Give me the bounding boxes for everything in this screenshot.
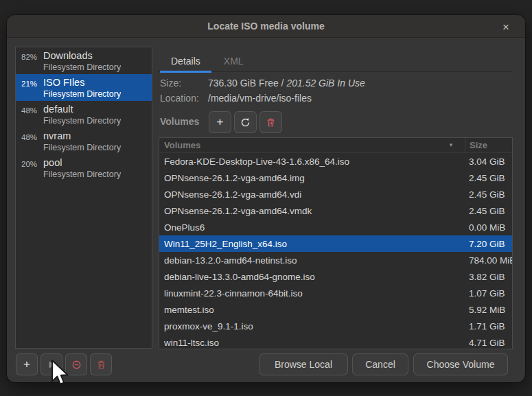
pool-type: Filesystem Directory — [43, 169, 121, 180]
table-row[interactable]: debian-13.2.0-amd64-netinst.iso 784.00 M… — [159, 252, 512, 268]
pool-list-item[interactable]: 48% nvram Filesystem Directory — [16, 128, 152, 154]
pool-name: Downloads — [43, 49, 121, 62]
table-row[interactable]: debian-live-13.3.0-amd64-gnome.iso 3.82 … — [159, 268, 512, 285]
trash-icon — [96, 360, 106, 370]
column-header-size[interactable]: Size — [465, 138, 512, 152]
table-row[interactable]: win11-ltsc.iso 4.71 GiB — [159, 334, 512, 349]
volume-size: 784.00 MiB — [465, 255, 512, 266]
table-row[interactable]: OPNsense-26.1.2-vga-amd64.vdi 2.45 GiB — [159, 186, 512, 202]
volume-name: Fedora-KDE-Desktop-Live-43-1.6.x86_64.is… — [159, 156, 465, 167]
volume-size: 3.04 GiB — [465, 156, 512, 167]
details-tabstrip: Details XML — [159, 52, 513, 72]
stop-circle-icon — [71, 360, 82, 370]
volume-size: 2.45 GiB — [465, 173, 512, 183]
table-row[interactable]: OPNsense-26.1.2-vga-amd64.vmdk 2.45 GiB — [159, 202, 512, 219]
start-pool-button[interactable] — [41, 353, 62, 375]
play-icon — [47, 360, 56, 369]
table-row[interactable]: proxmox-ve_9.1-1.iso 1.71 GiB — [159, 318, 512, 334]
volume-name: OPNsense-26.1.2-vga-amd64.img — [159, 173, 465, 183]
pool-size-row: Size:736.30 GiB Free / 201.52 GiB In Use — [160, 78, 365, 89]
volume-name: OnePlus6 — [159, 222, 465, 233]
plus-icon: + — [23, 358, 30, 370]
table-row[interactable]: OnePlus6 0.00 MiB — [159, 219, 512, 235]
refresh-volumes-button[interactable] — [234, 111, 257, 133]
volume-size: 5.92 MiB — [465, 305, 512, 315]
close-icon[interactable]: × — [498, 19, 514, 35]
volume-size: 2.45 GiB — [465, 189, 512, 200]
pool-type: Filesystem Directory — [43, 62, 121, 73]
pool-list-item[interactable]: 82% Downloads Filesystem Directory — [16, 47, 152, 74]
pool-name: default — [43, 103, 121, 115]
table-row[interactable]: memtest.iso 5.92 MiB — [159, 301, 512, 318]
volume-name: memtest.iso — [159, 305, 465, 315]
pool-location-row: Location:/media/vm-drive/iso-files — [160, 93, 312, 104]
location-label: Location: — [160, 93, 208, 104]
pool-name: nvram — [43, 130, 121, 142]
pool-type: Filesystem Directory — [43, 142, 121, 154]
volume-size: 4.71 GiB — [465, 338, 512, 348]
pool-usage-percent: 48% — [21, 103, 43, 128]
size-free-value: 736.30 GiB Free / — [208, 78, 286, 89]
table-row[interactable]: linuxmint-22.3-cinnamon-64bit.iso 1.07 G… — [159, 285, 512, 301]
dialog-title: Locate ISO media volume — [207, 21, 324, 32]
volume-size: 7.20 GiB — [465, 239, 512, 249]
size-label: Size: — [160, 78, 208, 89]
pool-name: pool — [43, 156, 121, 169]
choose-volume-button[interactable]: Choose Volume — [413, 353, 508, 375]
locate-iso-dialog: Locate ISO media volume × 82% Downloads … — [7, 15, 525, 382]
volume-size: 2.45 GiB — [465, 206, 512, 216]
pool-type: Filesystem Directory — [43, 115, 121, 127]
delete-volume-button[interactable] — [259, 111, 282, 133]
volumes-section-label: Volumes — [160, 116, 199, 127]
location-value: /media/vm-drive/iso-files — [208, 93, 312, 104]
pool-name: ISO FIles — [43, 76, 121, 89]
volumes-table-header: Volumes ▼ Size — [159, 138, 512, 153]
cancel-button[interactable]: Cancel — [352, 353, 408, 375]
pool-usage-percent: 82% — [21, 49, 43, 74]
volumes-toolbar: + — [209, 111, 282, 133]
column-header-volumes[interactable]: Volumes ▼ — [159, 140, 465, 150]
refresh-icon — [240, 117, 251, 128]
volume-name: debian-13.2.0-amd64-netinst.iso — [159, 255, 465, 266]
pool-type: Filesystem Directory — [43, 89, 121, 100]
size-used-value: 201.52 GiB In Use — [286, 78, 365, 89]
plus-icon: + — [217, 116, 224, 128]
volumes-table: Volumes ▼ Size Fedora-KDE-Desktop-Live-4… — [159, 137, 513, 349]
volume-name: debian-live-13.3.0-amd64-gnome.iso — [159, 272, 465, 282]
tab-xml[interactable]: XML — [213, 52, 255, 72]
browse-local-button[interactable]: Browse Local — [259, 353, 348, 375]
add-volume-button[interactable]: + — [209, 111, 231, 133]
storage-pool-list[interactable]: 82% Downloads Filesystem Directory 21% I… — [15, 47, 152, 349]
tab-details[interactable]: Details — [160, 52, 211, 72]
volume-size: 3.82 GiB — [465, 272, 512, 282]
volume-name: OPNsense-26.1.2-vga-amd64.vdi — [159, 189, 465, 200]
volume-name: linuxmint-22.3-cinnamon-64bit.iso — [159, 288, 465, 299]
volume-name: proxmox-ve_9.1-1.iso — [159, 321, 465, 331]
volume-size: 0.00 MiB — [465, 222, 512, 233]
pool-list-item[interactable]: 20% pool Filesystem Directory — [16, 154, 152, 181]
volume-name: win11-ltsc.iso — [159, 338, 465, 348]
volume-name: OPNsense-26.1.2-vga-amd64.vmdk — [159, 206, 465, 216]
volume-size: 1.71 GiB — [465, 321, 512, 331]
delete-pool-button[interactable] — [90, 353, 112, 375]
table-row[interactable]: OPNsense-26.1.2-vga-amd64.img 2.45 GiB — [159, 170, 512, 186]
pool-usage-percent: 21% — [21, 76, 43, 101]
dialog-titlebar[interactable]: Locate ISO media volume × — [7, 15, 525, 38]
add-pool-button[interactable]: + — [16, 353, 38, 375]
volume-name: Win11_25H2_English_x64.iso — [159, 239, 465, 249]
pool-usage-percent: 20% — [21, 156, 43, 181]
pool-usage-percent: 48% — [21, 130, 43, 154]
pool-toolbar: + — [16, 353, 112, 375]
pool-list-item[interactable]: 21% ISO FIles Filesystem Directory — [16, 74, 152, 101]
volume-size: 1.07 GiB — [465, 288, 512, 299]
volumes-table-body: Fedora-KDE-Desktop-Live-43-1.6.x86_64.is… — [159, 153, 512, 349]
table-row[interactable]: Win11_25H2_English_x64.iso 7.20 GiB — [159, 235, 512, 252]
sort-descending-icon: ▼ — [448, 142, 465, 148]
trash-icon — [266, 117, 276, 128]
table-row[interactable]: Fedora-KDE-Desktop-Live-43-1.6.x86_64.is… — [159, 153, 512, 170]
pool-list-item[interactable]: 48% default Filesystem Directory — [16, 101, 152, 128]
stop-pool-button[interactable] — [65, 353, 87, 375]
